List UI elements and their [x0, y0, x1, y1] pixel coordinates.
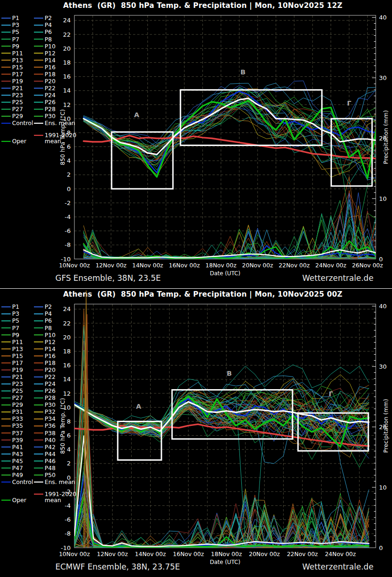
legend-item-P23-label: P23: [12, 380, 23, 387]
temp-tick-label: -4: [65, 502, 71, 509]
ensemble-members: [84, 81, 377, 259]
member-temp-line: [84, 88, 377, 154]
member-precip-line: [74, 515, 369, 548]
legend-item-P10-label: P10: [45, 332, 55, 338]
precip-tick-label: 10: [379, 484, 387, 491]
legend-item-P11-label: P11: [12, 50, 23, 57]
legend-item-P16-label: P16: [45, 64, 55, 71]
precip-tick-label: 30: [379, 74, 387, 81]
oper-temp-line: [84, 100, 377, 179]
legend-item-climate-label1: 1991-2020: [45, 132, 76, 139]
ens-mean-temp-line: [74, 402, 369, 431]
legend-item-P48-label: P48: [45, 464, 55, 471]
annotation-label-Γ: Γ: [347, 99, 351, 107]
member-precip-line: [74, 371, 369, 547]
date-tick-label: 24Nov 00z: [325, 550, 356, 557]
annotation-label-B: B: [240, 68, 246, 76]
member-precip-line: [74, 492, 369, 548]
member-precip-line: [74, 326, 369, 548]
legend-item-P30-label: P30: [45, 401, 55, 408]
gridlines: [74, 15, 376, 259]
x-axis-title: Date (UTC): [210, 270, 240, 277]
legend-item-P28-label: P28: [45, 106, 55, 113]
member-temp-line: [84, 99, 377, 156]
date-tick-label: 16Nov 00z: [169, 262, 200, 269]
control-temp-line: [74, 399, 369, 432]
legend-item-P12-label: P12: [45, 50, 55, 57]
annotation-box-Γ: [331, 119, 372, 186]
legend-item-P27-label: P27: [12, 394, 23, 401]
temp-tick-label: 4: [67, 446, 71, 453]
legend-item-P16-label: P16: [45, 352, 55, 359]
legend-item-P34-label: P34: [45, 415, 55, 422]
annotation-label-A: A: [134, 111, 140, 119]
legend-item-P24-label: P24: [45, 92, 55, 99]
member-temp-line: [84, 89, 377, 149]
annotation-label-Γ: Γ: [329, 390, 333, 398]
member-temp-line: [74, 398, 369, 523]
overflow-precip-spike: [84, 291, 88, 548]
meteogram-gfs: -10-8-6-4-202468101214161820222401020304…: [0, 0, 392, 288]
member-temp-line: [84, 99, 377, 175]
legend-item-P7-label: P7: [12, 36, 20, 43]
member-precip-line: [74, 504, 369, 548]
temp-tick-label: 24: [63, 305, 71, 312]
member-temp-line: [74, 387, 369, 427]
member-temp-line: [74, 402, 369, 464]
temp-tick-label: -2: [65, 199, 71, 206]
control-temp-line: [84, 91, 377, 172]
member-precip-line: [74, 495, 369, 548]
climate-mean-line: [84, 135, 377, 159]
temp-tick-label: 22: [63, 31, 71, 38]
member-precip-line: [84, 211, 377, 259]
member-temp-line: [74, 379, 369, 427]
member-temp-line: [74, 399, 369, 447]
temp-tick-label: -6: [65, 516, 71, 523]
legend-item-P22-label: P22: [45, 373, 55, 380]
legend-item-P46-label: P46: [45, 458, 55, 464]
date-tick-label: 10Nov 00z: [59, 262, 90, 269]
site-label: Wetterzentrale.de: [302, 562, 373, 571]
member-temp-line: [84, 81, 377, 143]
legend-item-P5-label: P5: [12, 28, 20, 35]
member-precip-line: [84, 215, 377, 259]
legend-item-P25-label: P25: [12, 387, 23, 394]
member-precip-line: [84, 193, 377, 259]
member-temp-line: [84, 99, 377, 159]
legend-item-P15-label: P15: [12, 352, 23, 359]
member-temp-line: [74, 395, 369, 433]
member-precip-line: [74, 507, 369, 548]
legend-item-P29-label: P29: [12, 401, 23, 408]
member-temp-line: [74, 376, 369, 427]
member-precip-line: [74, 353, 369, 548]
legend-item-P13-label: P13: [12, 57, 23, 64]
precip-axis-ticks: [372, 17, 376, 253]
legend-item-oper-label: Oper: [12, 138, 27, 145]
member-temp-line: [74, 390, 369, 430]
date-tick-label: 16Nov 00z: [173, 550, 204, 557]
legend-item-P8-label: P8: [45, 325, 52, 332]
temp-tick-label: 2: [67, 460, 71, 467]
member-precip-line: [74, 351, 369, 548]
right-axis-title: Precipitation (mm): [382, 399, 389, 453]
legend-item-P6-label: P6: [45, 28, 52, 35]
member-temp-line: [74, 405, 369, 454]
member-temp-line: [74, 392, 369, 429]
precip-tick-label: 0: [379, 544, 383, 551]
legend-item-P2-label: P2: [45, 14, 52, 21]
member-temp-line: [74, 405, 369, 445]
member-precip-line: [84, 193, 377, 259]
temp-tick-label: -10: [61, 256, 71, 263]
legend-item-P43-label: P43: [12, 451, 23, 458]
member-precip-line: [74, 497, 369, 548]
chart-title: Athens (GR) 850 hPa Temp. & Precipitatio…: [60, 1, 346, 10]
member-precip-line: [74, 384, 369, 548]
member-precip-line: [84, 219, 377, 259]
precip-axis-ticks: [372, 306, 376, 542]
legend-item-P28-label: P28: [45, 394, 55, 401]
legend-item-climate-label1: 1991-2020: [45, 491, 76, 497]
date-tick-label: 14Nov 00z: [132, 262, 163, 269]
annotation-label-A: A: [136, 403, 141, 410]
legend-item-P42-label: P42: [45, 444, 55, 451]
meteogram-ecmwf: -10-8-6-4-202468101214161820222401020304…: [0, 289, 392, 577]
